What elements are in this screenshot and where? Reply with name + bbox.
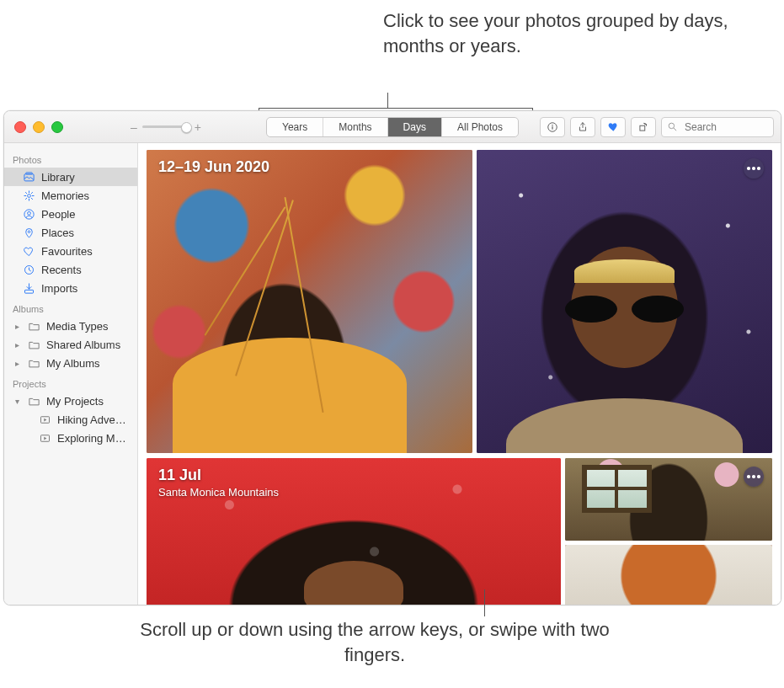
sidebar-section-albums: Albums: [4, 297, 137, 317]
sidebar-item-favourites[interactable]: Favourites: [4, 242, 137, 260]
folder-icon: [27, 394, 40, 408]
slideshow-icon: [38, 431, 51, 445]
window-fullscreen-button[interactable]: [51, 121, 63, 133]
sidebar-item-label: Shared Albums: [46, 339, 120, 351]
disclosure-icon[interactable]: ▸: [13, 340, 21, 349]
more-options-button[interactable]: [744, 467, 764, 487]
zoom-slider[interactable]: – +: [131, 120, 201, 134]
folder-icon: [27, 319, 40, 333]
svg-rect-7: [25, 172, 32, 173]
rotate-button[interactable]: [631, 117, 656, 137]
day-group-date: 12–19 Jun 2020: [158, 158, 269, 176]
svg-point-11: [28, 231, 30, 233]
photo-thumbnail[interactable]: 11 Jul Santa Monica Mountains: [147, 458, 561, 605]
segment-years[interactable]: Years: [267, 118, 323, 136]
places-icon: [22, 226, 35, 239]
disclosure-icon[interactable]: ▸: [13, 322, 21, 331]
sidebar-item-label: Memories: [41, 189, 89, 202]
photo-thumbnail[interactable]: [565, 545, 772, 605]
sidebar-item-memories[interactable]: Memories: [4, 186, 137, 205]
window-close-button[interactable]: [14, 121, 26, 133]
zoom-track[interactable]: [142, 125, 189, 128]
day-group-location: Santa Monica Mountains: [158, 486, 279, 499]
view-segmented-control: Years Months Days All Photos: [266, 117, 519, 137]
day-group-1[interactable]: 12–19 Jun 2020: [147, 150, 772, 453]
info-button[interactable]: [540, 117, 565, 137]
svg-line-5: [674, 128, 676, 131]
sidebar-item-label: Places: [41, 227, 74, 239]
sidebar-item-recents[interactable]: Recents: [4, 260, 137, 279]
day-group-2[interactable]: 11 Jul Santa Monica Mountains: [147, 458, 772, 605]
annotation-top: Click to see your photos grouped by days…: [383, 8, 737, 58]
sidebar-item-label: Hiking Adve…: [57, 413, 126, 426]
sidebar-item-label: My Projects: [46, 395, 104, 408]
sidebar-item-project-exploring[interactable]: Exploring M…: [4, 429, 137, 447]
svg-rect-3: [640, 125, 645, 131]
heart-icon: [607, 120, 620, 133]
sidebar-item-label: Recents: [41, 264, 82, 276]
search-icon: [667, 121, 678, 132]
sidebar-item-label: Media Types: [46, 320, 108, 333]
traffic-lights: [4, 121, 63, 133]
photo-thumbnail[interactable]: [477, 150, 772, 453]
zoom-in-label: +: [195, 120, 201, 134]
svg-point-10: [27, 211, 30, 215]
sidebar-item-label: Favourites: [41, 245, 93, 258]
disclosure-icon[interactable]: ▸: [13, 359, 21, 368]
segment-all-photos[interactable]: All Photos: [442, 118, 518, 136]
more-options-button[interactable]: [744, 158, 764, 179]
sidebar-item-library[interactable]: Library: [4, 168, 137, 186]
photo-thumbnail[interactable]: 12–19 Jun 2020: [147, 150, 472, 453]
share-icon: [577, 121, 589, 133]
imports-icon: [22, 281, 35, 295]
svg-rect-13: [24, 290, 33, 293]
photo-grid[interactable]: 12–19 Jun 2020: [138, 143, 781, 605]
info-icon: [547, 121, 558, 133]
sidebar-section-projects: Projects: [4, 372, 137, 392]
segment-months[interactable]: Months: [323, 118, 387, 136]
svg-point-8: [27, 194, 30, 197]
search-field[interactable]: [661, 117, 774, 137]
svg-point-1: [552, 124, 553, 125]
library-icon: [22, 170, 35, 184]
recents-icon: [22, 263, 35, 276]
sidebar-item-label: Exploring M…: [57, 432, 126, 445]
annotation-bracket: [259, 93, 533, 111]
memories-icon: [22, 189, 35, 202]
svg-point-4: [669, 123, 675, 129]
search-input[interactable]: [683, 120, 754, 134]
annotation-line: [484, 589, 485, 616]
disclosure-icon[interactable]: ▾: [13, 397, 21, 406]
sidebar-item-project-hiking[interactable]: Hiking Adve…: [4, 410, 137, 429]
sidebar-item-my-albums[interactable]: ▸ My Albums: [4, 354, 137, 372]
share-button[interactable]: [570, 117, 595, 137]
photo-art: [565, 545, 772, 605]
segment-days[interactable]: Days: [388, 118, 442, 136]
sidebar-item-imports[interactable]: Imports: [4, 279, 137, 297]
sidebar-section-photos: Photos: [4, 148, 137, 168]
sidebar-item-media-types[interactable]: ▸ Media Types: [4, 317, 137, 335]
sidebar: Photos Library Memories People Places: [4, 143, 138, 605]
people-icon: [22, 207, 35, 221]
titlebar: – + Years Months Days All Photos: [4, 111, 781, 143]
favourites-icon: [22, 244, 35, 258]
zoom-out-label: –: [131, 120, 137, 134]
photo-thumbnail[interactable]: [565, 458, 772, 541]
sidebar-item-label: Library: [41, 171, 75, 184]
window-minimize-button[interactable]: [33, 121, 45, 133]
sidebar-item-label: Imports: [41, 282, 77, 295]
folder-icon: [27, 356, 40, 370]
sidebar-item-shared-albums[interactable]: ▸ Shared Albums: [4, 335, 137, 354]
rotate-icon: [637, 121, 649, 133]
sidebar-item-people[interactable]: People: [4, 205, 137, 223]
sidebar-item-label: My Albums: [46, 357, 100, 370]
folder-icon: [27, 338, 40, 351]
sidebar-item-my-projects[interactable]: ▾ My Projects: [4, 392, 137, 410]
favourite-button[interactable]: [600, 117, 626, 137]
zoom-knob[interactable]: [181, 122, 192, 133]
sidebar-item-places[interactable]: Places: [4, 223, 137, 242]
svg-rect-2: [552, 126, 552, 130]
toolbar-right: [540, 117, 774, 137]
sidebar-item-label: People: [41, 208, 75, 221]
slideshow-icon: [38, 413, 51, 426]
